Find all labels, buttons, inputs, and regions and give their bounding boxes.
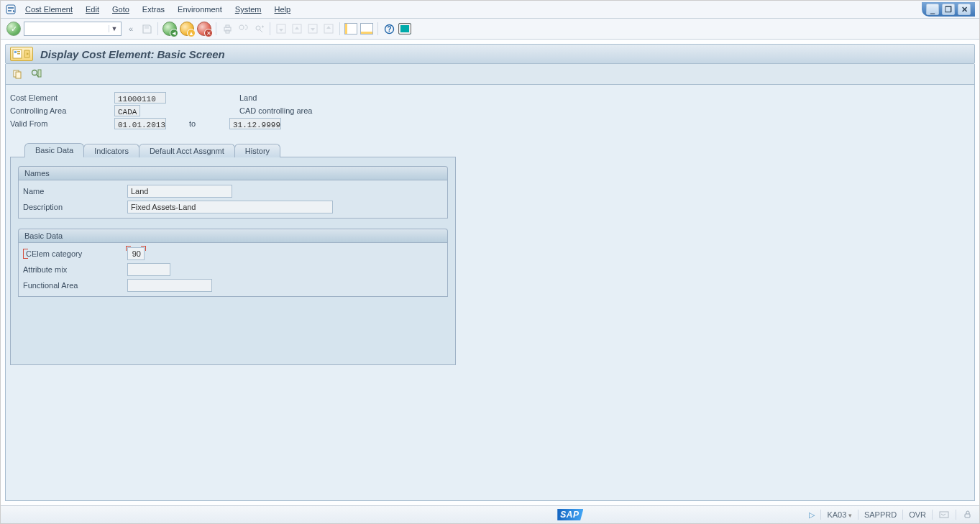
next-page-button <box>306 22 319 35</box>
menu-cost-element[interactable]: Cost Element <box>21 4 77 15</box>
close-button[interactable]: ✕ <box>958 4 971 15</box>
tab-indicators[interactable]: Indicators <box>83 144 139 157</box>
layout-icon <box>344 23 357 35</box>
group-names: Names Name Land Description Fixed Assets… <box>18 166 448 219</box>
cost-element-value: 11000110 <box>114 92 166 104</box>
tab-basic-data[interactable]: Basic Data <box>24 143 84 157</box>
svg-rect-13 <box>14 51 17 53</box>
command-field[interactable]: ▼ <box>24 22 122 36</box>
insert-mode: OVR <box>909 510 926 519</box>
svg-rect-0 <box>6 5 15 14</box>
valid-from-value: 01.01.2013 <box>114 118 166 129</box>
functional-area-label: Functional Area <box>23 281 127 290</box>
tab-history[interactable]: History <box>234 144 280 157</box>
menu-environment[interactable]: Environment <box>173 4 226 15</box>
menu-system[interactable]: System <box>231 4 266 15</box>
header-form: Cost Element 11000110 Land Controlling A… <box>10 92 970 129</box>
svg-rect-17 <box>16 72 21 78</box>
maximize-button[interactable]: ❐ <box>942 4 955 15</box>
description-field: Fixed Assets-Land <box>127 201 333 213</box>
back-button[interactable]: ◄ <box>162 22 177 36</box>
page-title: Display Cost Element: Basic Screen <box>40 48 225 60</box>
to-label: to <box>179 119 229 128</box>
new-session-button[interactable] <box>344 22 357 35</box>
tab-default-acct-assgnmt[interactable]: Default Acct Assgnmt <box>139 144 235 157</box>
save-button <box>140 22 153 35</box>
group-basic-data-title: Basic Data <box>18 229 448 242</box>
first-page-button <box>275 22 288 35</box>
svg-rect-14 <box>17 51 20 52</box>
sap-gui-window: Cost Element Edit Goto Extras Environmen… <box>0 0 980 524</box>
valid-to-value: 31.12.9999 <box>229 118 281 129</box>
controlling-area-value: CADA <box>114 105 140 116</box>
svg-rect-19 <box>38 70 41 77</box>
cost-element-label: Cost Element <box>10 92 114 104</box>
menu-extras[interactable]: Extras <box>138 4 169 15</box>
separator <box>956 510 956 520</box>
content-area: Display Cost Element: Basic Screen Cost … <box>1 40 979 505</box>
help-button[interactable]: ? <box>383 22 395 35</box>
copy-button[interactable] <box>12 68 23 80</box>
valid-from-label: Valid From <box>10 118 114 129</box>
svg-text:?: ? <box>387 25 391 33</box>
title-icon[interactable] <box>10 47 33 61</box>
status-bar: SAP ▷ KA03 SAPPRD OVR <box>1 505 979 523</box>
window-controls: ‗ ❐ ✕ <box>922 2 975 17</box>
message-area-icon[interactable]: ▷ <box>809 510 815 520</box>
cancel-button[interactable]: ✕ <box>197 22 211 36</box>
find-next-button <box>252 22 265 35</box>
separator <box>270 22 270 35</box>
celem-category-field: 90 <box>127 247 145 260</box>
exit-button[interactable]: ▲ <box>180 22 194 36</box>
group-names-title: Names <box>18 166 448 180</box>
attribute-mix-field <box>127 263 170 276</box>
separator <box>216 22 216 35</box>
monitor-icon <box>398 23 411 35</box>
collapse-command-field-icon[interactable]: « <box>124 22 137 35</box>
sap-logo: SAP <box>557 509 583 520</box>
layout-icon <box>360 23 373 35</box>
application-toolbar <box>5 64 975 85</box>
display-change-button[interactable] <box>30 68 42 80</box>
svg-rect-3 <box>226 25 229 27</box>
svg-rect-1 <box>145 26 149 29</box>
shortcut-button[interactable] <box>360 22 373 35</box>
transaction-code[interactable]: KA03 <box>827 510 851 519</box>
group-basic-data: Basic Data CElem category 90 Attribute m… <box>18 229 448 297</box>
last-page-button <box>322 22 335 35</box>
svg-rect-21 <box>965 514 970 518</box>
separator <box>902 510 903 520</box>
local-layout-button[interactable] <box>398 22 411 35</box>
separator <box>377 22 378 35</box>
name-field: Land <box>127 185 232 198</box>
controlling-area-text: CAD controlling area <box>229 106 301 115</box>
command-field-icon[interactable] <box>5 4 17 15</box>
abap-editor-icon[interactable] <box>938 510 950 520</box>
separator <box>932 510 933 520</box>
menu-help[interactable]: Help <box>270 4 296 15</box>
menubar: Cost Element Edit Goto Extras Environmen… <box>1 1 979 19</box>
separator <box>339 22 340 35</box>
attribute-mix-label: Attribute mix <box>23 265 127 274</box>
minimize-button[interactable]: ‗ <box>926 4 939 15</box>
cost-element-text: Land <box>229 93 301 102</box>
controlling-area-label: Controlling Area <box>10 105 114 116</box>
title-band: Display Cost Element: Basic Screen <box>5 44 975 64</box>
interpretation-icon[interactable] <box>962 510 974 520</box>
separator <box>858 510 858 520</box>
menu-edit[interactable]: Edit <box>81 4 104 15</box>
standard-toolbar: ✓ ▼ « ◄ ▲ ✕ ? <box>1 19 979 40</box>
functional-area-field <box>127 279 212 292</box>
separator <box>820 510 821 520</box>
menu-goto[interactable]: Goto <box>108 4 134 15</box>
name-label: Name <box>23 187 127 196</box>
work-area: Cost Element 11000110 Land Controlling A… <box>5 85 975 501</box>
print-button <box>221 22 234 35</box>
enter-button[interactable]: ✓ <box>6 22 21 36</box>
svg-rect-15 <box>17 53 20 55</box>
svg-point-18 <box>32 70 37 75</box>
separator <box>157 22 158 35</box>
chevron-down-icon: ▼ <box>109 25 119 32</box>
tab-panel-basic-data: Names Name Land Description Fixed Assets… <box>10 157 456 365</box>
prev-page-button <box>290 22 303 35</box>
